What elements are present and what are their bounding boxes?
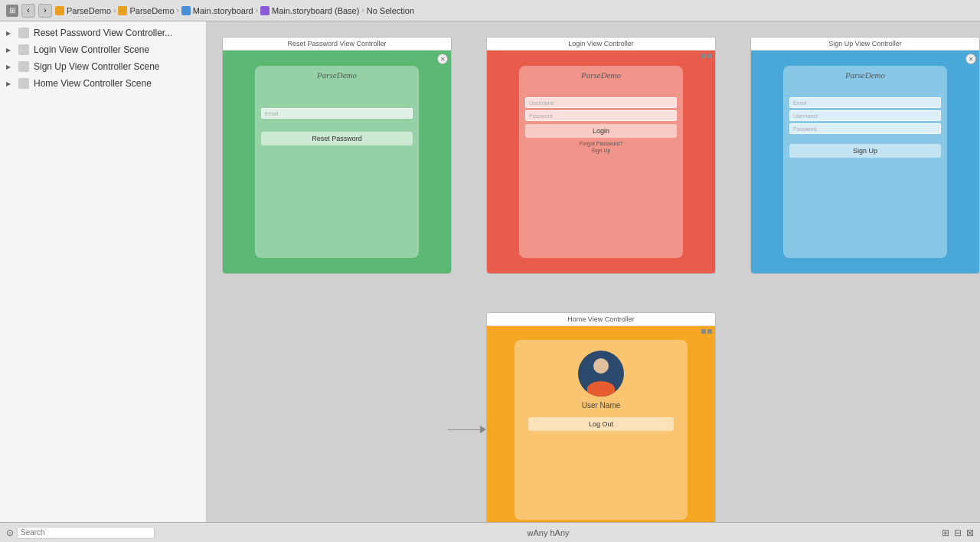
layout-icon-1[interactable]: ⊞ — [942, 527, 949, 538]
reset-password-body: ✕ ParseDemo Email Reset Password — [223, 51, 451, 273]
home-inner-card: User Name Log Out — [514, 340, 688, 520]
breadcrumb-main-storyboard-base[interactable]: Main.storyboard (Base) — [260, 6, 359, 15]
signup-body: ✕ ParseDemo Email Username Password — [751, 51, 979, 273]
close-button[interactable]: ✕ — [965, 54, 976, 64]
scene-icon — [18, 61, 29, 72]
segue-arrow — [448, 426, 486, 433]
breadcrumb: ParseDemo › ParseDemo › Main.storyboard … — [55, 6, 414, 15]
home-scene: Home View Controller User Name Log Out — [486, 312, 716, 522]
breadcrumb-main-storyboard[interactable]: Main.storyboard — [181, 6, 253, 15]
bottom-bar: ⊙ wAny hAny ⊞ ⊟ ⊠ — [0, 522, 980, 542]
signup-inner-card: ParseDemo Email Username Password Sign U… — [783, 66, 947, 258]
signup-email-input[interactable]: Email — [789, 97, 941, 108]
collapse-arrow: ▶ — [6, 80, 14, 87]
scene-icon — [18, 28, 29, 38]
parsedemo-icon-1 — [55, 6, 64, 15]
toolbar — [701, 54, 712, 58]
layout-icon-2[interactable]: ⊟ — [954, 527, 962, 538]
forward-button[interactable]: › — [38, 4, 52, 18]
top-bar: ⊞ ‹ › ParseDemo › ParseDemo › Main.story… — [0, 0, 980, 21]
login-scene: Login View Controller ParseDemo Username — [486, 37, 716, 274]
sidebar-item-reset-password[interactable]: ▶ Reset Password View Controller... — [0, 24, 206, 41]
login-username-input[interactable]: Username — [525, 97, 677, 108]
login-app-title: ParseDemo — [519, 66, 683, 83]
scene-icon — [18, 78, 29, 89]
avatar-head — [593, 358, 609, 374]
reset-button[interactable]: Reset Password — [261, 132, 413, 145]
back-button[interactable]: ‹ — [21, 4, 35, 18]
device-size-label: wAny hAny — [527, 528, 569, 537]
login-title: Login View Controller — [487, 38, 715, 51]
dot-1 — [701, 54, 706, 58]
storyboard-canvas[interactable]: Reset Password View Controller ✕ ParseDe… — [207, 21, 980, 522]
arrow-head — [480, 426, 486, 433]
sidebar-item-login[interactable]: ▶ Login View Controller Scene — [0, 41, 206, 58]
breadcrumb-parsedemo-2[interactable]: ParseDemo — [118, 6, 174, 15]
reset-email-label: Email — [265, 111, 279, 116]
signup-username-label: Username — [793, 113, 818, 119]
sidebar: ▶ Reset Password View Controller... ▶ Lo… — [0, 21, 207, 522]
search-input[interactable] — [17, 527, 155, 539]
reset-inner-card: ParseDemo Email Reset Password — [255, 66, 419, 258]
sidebar-item-signup[interactable]: ▶ Sign Up View Controller Scene — [0, 58, 206, 75]
avatar-body — [587, 381, 615, 397]
home-title: Home View Controller — [487, 313, 715, 326]
signup-app-title: ParseDemo — [783, 66, 947, 83]
signup-scene: Sign Up View Controller ✕ ParseDemo Emai… — [750, 37, 980, 274]
forgot-password-link[interactable]: Forgot Password? — [519, 141, 683, 146]
reset-password-title: Reset Password View Controller — [223, 38, 451, 51]
canvas-inner: Reset Password View Controller ✕ ParseDe… — [222, 37, 980, 522]
location-icon: ⊙ — [6, 527, 14, 538]
signup-link[interactable]: Sign Up — [519, 148, 683, 153]
login-password-label: Password — [529, 113, 553, 119]
signup-button[interactable]: Sign Up — [789, 144, 941, 158]
parsedemo-icon-2 — [118, 6, 127, 15]
toolbar — [701, 329, 712, 334]
app-icon: ⊞ — [6, 5, 18, 17]
signup-title: Sign Up View Controller — [751, 38, 979, 51]
signup-email-label: Email — [793, 100, 807, 106]
reset-password-scene: Reset Password View Controller ✕ ParseDe… — [222, 37, 452, 274]
breadcrumb-parsedemo-1[interactable]: ParseDemo — [55, 6, 111, 15]
reset-email-input[interactable]: Email — [261, 108, 413, 119]
user-avatar — [578, 351, 624, 397]
dot-2 — [707, 54, 712, 58]
arrow-line — [448, 429, 480, 430]
login-button[interactable]: Login — [525, 124, 677, 138]
home-body: User Name Log Out — [487, 326, 715, 522]
login-username-label: Username — [529, 100, 554, 106]
storyboard-base-icon — [260, 6, 270, 15]
dot-1 — [701, 329, 706, 334]
collapse-arrow: ▶ — [6, 30, 14, 37]
signup-username-input[interactable]: Username — [789, 110, 941, 121]
login-inner-card: ParseDemo Username Password Login Forgot… — [519, 66, 683, 258]
bottom-right: ⊞ ⊟ ⊠ — [942, 527, 974, 538]
scene-icon — [18, 44, 29, 55]
dot-2 — [707, 329, 712, 334]
username-label: User Name — [522, 401, 680, 410]
layout-icon-3[interactable]: ⊠ — [966, 527, 974, 538]
main-layout: ▶ Reset Password View Controller... ▶ Lo… — [0, 21, 980, 522]
collapse-arrow: ▶ — [6, 47, 14, 54]
bottom-left: ⊙ — [6, 527, 155, 539]
login-body: ParseDemo Username Password Login Forgot… — [487, 51, 715, 273]
close-button[interactable]: ✕ — [437, 54, 448, 64]
logout-button[interactable]: Log Out — [528, 417, 674, 431]
reset-app-title: ParseDemo — [255, 66, 419, 83]
collapse-arrow: ▶ — [6, 64, 14, 70]
sidebar-item-home[interactable]: ▶ Home View Controller Scene — [0, 75, 206, 92]
signup-password-label: Password — [793, 126, 817, 132]
signup-password-input[interactable]: Password — [789, 123, 941, 134]
login-password-input[interactable]: Password — [525, 110, 677, 121]
breadcrumb-no-selection: No Selection — [367, 6, 414, 15]
storyboard-icon — [181, 6, 191, 15]
